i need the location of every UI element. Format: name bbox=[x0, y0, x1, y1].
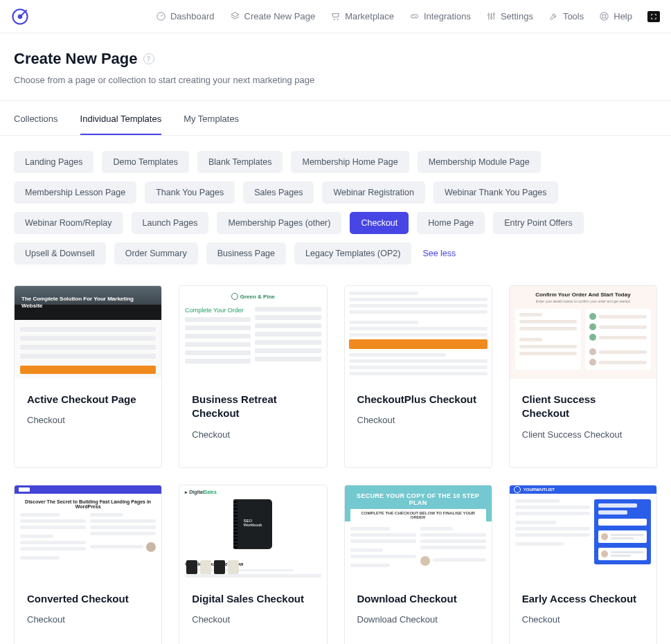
nav-create-new-page[interactable]: Create New Page bbox=[230, 11, 316, 21]
template-category: Checkout bbox=[522, 614, 644, 625]
template-category: Download Checkout bbox=[357, 614, 479, 625]
template-card[interactable]: ▸ DigitalSales SEOWorkbook Complete your… bbox=[179, 485, 327, 645]
filter-chip[interactable]: Home Page bbox=[417, 212, 485, 234]
nav-label: Dashboard bbox=[170, 11, 215, 21]
template-title: Client Success Checkout bbox=[522, 393, 644, 421]
layers-icon bbox=[230, 11, 240, 21]
nav-label: Create New Page bbox=[244, 11, 316, 21]
page-title: Create New Page ? bbox=[14, 50, 657, 68]
filter-chip[interactable]: Blank Templates bbox=[197, 151, 283, 173]
lifebuoy-icon bbox=[599, 11, 609, 21]
help-hint-icon[interactable]: ? bbox=[143, 53, 154, 64]
nav-label: Integrations bbox=[424, 11, 471, 21]
svg-point-11 bbox=[490, 17, 492, 19]
thumb-text: Confirm Your Order And Start Today bbox=[515, 292, 651, 298]
filter-chips: Landing PagesDemo TemplatesBlank Templat… bbox=[0, 136, 671, 269]
template-category: Checkout bbox=[192, 429, 314, 440]
template-category: Client Success Checkout bbox=[522, 429, 644, 440]
svg-line-4 bbox=[161, 15, 163, 17]
filter-chip[interactable]: Membership Lesson Page bbox=[14, 181, 136, 204]
sliders-icon bbox=[486, 11, 496, 21]
main-nav: Dashboard Create New Page Marketplace In… bbox=[156, 11, 660, 22]
filter-chip[interactable]: Order Summary bbox=[114, 242, 198, 265]
filter-chip[interactable]: Entry Point Offers bbox=[493, 212, 583, 234]
template-title: Converted Checkout bbox=[27, 592, 149, 606]
wrench-icon bbox=[548, 11, 559, 21]
nav-dashboard[interactable]: Dashboard bbox=[156, 11, 215, 21]
link-icon bbox=[409, 11, 420, 21]
template-title: Active Checkout Page bbox=[27, 393, 149, 406]
nav-integrations[interactable]: Integrations bbox=[409, 11, 471, 21]
template-thumbnail: Green & Pine Complete Your Order bbox=[179, 286, 326, 379]
nav-settings[interactable]: Settings bbox=[486, 11, 533, 21]
template-card[interactable]: The Complete Solution For Your Marketing… bbox=[14, 285, 162, 468]
template-thumbnail: Confirm Your Order And Start Today Enter… bbox=[510, 286, 656, 379]
filter-chip[interactable]: Membership Module Page bbox=[418, 151, 541, 173]
svg-line-2 bbox=[20, 10, 26, 17]
template-category: Checkout bbox=[27, 415, 149, 425]
template-thumbnail: Discover The Secret to Building Fast Lan… bbox=[15, 485, 161, 578]
page-subtitle: Choose from a page or collection to star… bbox=[14, 75, 657, 85]
filter-chip[interactable]: Landing Pages bbox=[14, 151, 93, 173]
tab-my-templates[interactable]: My Templates bbox=[184, 101, 239, 135]
filter-chip[interactable]: Sales Pages bbox=[243, 181, 314, 204]
cart-icon bbox=[330, 11, 341, 21]
svg-line-18 bbox=[606, 17, 608, 19]
template-title: Business Retreat Checkout bbox=[192, 393, 314, 421]
filter-chip[interactable]: Business Page bbox=[206, 242, 286, 265]
template-thumbnail: ★★★★★ bbox=[345, 286, 492, 379]
page-header: Create New Page ? Choose from a page or … bbox=[0, 33, 671, 101]
template-thumbnail: The Complete Solution For Your Marketing… bbox=[15, 286, 161, 379]
nav-marketplace[interactable]: Marketplace bbox=[330, 11, 394, 21]
svg-point-14 bbox=[602, 15, 606, 18]
tab-individual-templates[interactable]: Individual Templates bbox=[80, 101, 162, 135]
filter-chip[interactable]: Checkout bbox=[350, 212, 409, 234]
template-category: Checkout bbox=[27, 614, 149, 625]
filter-chip[interactable]: Thank You Pages bbox=[145, 181, 235, 204]
top-bar: Dashboard Create New Page Marketplace In… bbox=[0, 0, 671, 33]
see-less-link[interactable]: See less bbox=[420, 242, 458, 265]
template-title: Download Checkout bbox=[357, 592, 479, 606]
svg-line-15 bbox=[601, 13, 603, 15]
thumb-text: Green & Pine bbox=[185, 293, 321, 300]
template-category: Checkout bbox=[192, 614, 314, 625]
filter-chip[interactable]: Membership Home Page bbox=[291, 151, 409, 173]
template-thumbnail: YOURWAITLIST bbox=[510, 485, 656, 578]
fullscreen-button[interactable] bbox=[647, 11, 660, 22]
filter-chip[interactable]: Upsell & Downsell bbox=[14, 242, 106, 265]
thumb-text: The Complete Solution For Your Marketing… bbox=[21, 296, 154, 310]
filter-chip[interactable]: Webinar Room/Replay bbox=[14, 212, 123, 234]
template-card[interactable]: Green & Pine Complete Your Order Busines… bbox=[179, 285, 327, 468]
thumb-text: Digital bbox=[189, 490, 204, 494]
template-card[interactable]: YOURWAITLIST Early Access Checkout Check… bbox=[509, 485, 657, 645]
nav-label: Marketplace bbox=[345, 11, 394, 21]
thumb-text: YOURWAITLIST bbox=[524, 488, 555, 492]
svg-point-12 bbox=[493, 13, 495, 15]
template-category: Checkout bbox=[357, 415, 479, 425]
filter-chip[interactable]: Webinar Registration bbox=[322, 181, 425, 204]
template-card[interactable]: ★★★★★ CheckoutPlus Checkout Checkout bbox=[344, 285, 492, 468]
template-thumbnail: ▸ DigitalSales SEOWorkbook Complete your… bbox=[179, 485, 326, 578]
filter-chip[interactable]: Membership Pages (other) bbox=[217, 212, 341, 234]
template-grid: The Complete Solution For Your Marketing… bbox=[0, 269, 671, 644]
app-logo[interactable] bbox=[11, 8, 29, 26]
template-card[interactable]: SECURE YOUR COPY OF THE 10 STEP PLANCOMP… bbox=[344, 485, 492, 645]
filter-chip[interactable]: Demo Templates bbox=[102, 151, 189, 173]
filter-chip[interactable]: Launch Pages bbox=[132, 212, 209, 234]
template-thumbnail: SECURE YOUR COPY OF THE 10 STEP PLANCOMP… bbox=[345, 485, 492, 578]
page-title-text: Create New Page bbox=[14, 50, 138, 68]
svg-point-6 bbox=[337, 19, 339, 20]
filter-chip[interactable]: Legacy Templates (OP2) bbox=[294, 242, 411, 265]
template-title: Digital Sales Checkout bbox=[192, 592, 314, 606]
svg-line-17 bbox=[601, 17, 603, 19]
nav-label: Settings bbox=[501, 11, 533, 21]
tab-collections[interactable]: Collections bbox=[14, 101, 58, 135]
template-card[interactable]: Confirm Your Order And Start Today Enter… bbox=[509, 285, 657, 468]
filter-chip[interactable]: Webinar Thank You Pages bbox=[433, 181, 558, 204]
template-card[interactable]: Discover The Secret to Building Fast Lan… bbox=[14, 485, 162, 645]
nav-help[interactable]: Help bbox=[599, 11, 632, 21]
template-title: Early Access Checkout bbox=[522, 592, 644, 606]
template-title: CheckoutPlus Checkout bbox=[357, 393, 479, 406]
gauge-icon bbox=[156, 11, 166, 21]
nav-tools[interactable]: Tools bbox=[548, 11, 584, 21]
